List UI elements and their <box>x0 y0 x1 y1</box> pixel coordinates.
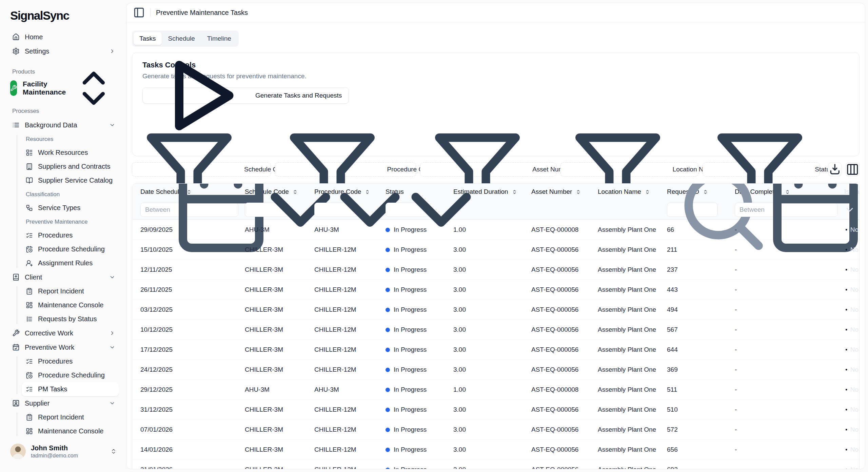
status-dot <box>386 388 390 392</box>
row-actions-button[interactable] <box>844 244 849 255</box>
sidebar-subitem[interactable]: Supplier Service Catalog <box>22 173 119 187</box>
is-cancelled-value-truncated: No <box>850 286 859 293</box>
subitem-icon <box>26 149 33 156</box>
filter-chip[interactable]: Asset Number <box>420 162 556 177</box>
sidebar-subitem[interactable]: Maintenance Console <box>22 424 119 438</box>
sidebar-item-settings[interactable]: Settings <box>9 44 119 58</box>
sidebar-toggle-button[interactable] <box>133 7 145 18</box>
cell-date-completed: - <box>735 466 844 469</box>
cell-schedule-code: AHU-3M <box>245 226 314 233</box>
cell-procedure-code: CHILLER-12M <box>314 466 386 469</box>
cell-location-name: Assembly Plant One <box>598 346 667 353</box>
status-dot <box>386 288 390 292</box>
sidebar-subitem[interactable]: Procedure Scheduling <box>22 368 119 382</box>
sidebar-subitem[interactable]: Suppliers and Contracts <box>22 160 119 173</box>
cell-actions: No <box>844 424 859 435</box>
columns-button[interactable] <box>846 162 860 177</box>
request-id-filter-input[interactable] <box>667 203 718 217</box>
is-cancelled-value-truncated: No <box>850 406 859 413</box>
sidebar-subitem[interactable]: Assignment Rules <box>22 256 119 270</box>
cell-procedure-code: CHILLER-12M <box>314 406 386 413</box>
row-actions-button[interactable] <box>844 424 849 435</box>
sidebar-subitem[interactable]: Report Incident <box>22 284 119 298</box>
cell-status: In Progress <box>386 286 453 293</box>
filter-chip[interactable]: Location Name <box>560 162 699 177</box>
sidebar-subitem[interactable]: Work Resources <box>22 146 119 160</box>
filter-chip[interactable]: Status <box>703 162 820 177</box>
filter-chip[interactable]: Schedule Code <box>132 162 271 177</box>
status-dot <box>386 368 390 372</box>
cell-asset-number: AST-EQ-000056 <box>531 366 598 373</box>
cell-estimated-duration: 1.00 <box>453 386 531 393</box>
is-cancelled-value-truncated: No <box>850 326 859 333</box>
sidebar-subitem[interactable]: PM Tasks <box>22 382 119 396</box>
status-filter-select[interactable] <box>386 203 430 217</box>
cell-asset-number: AST-EQ-000056 <box>531 266 598 273</box>
row-actions-button[interactable] <box>844 224 849 235</box>
filter-chip[interactable]: Procedure Code <box>275 162 416 177</box>
sidebar-subitem[interactable]: Service Types <box>22 201 119 215</box>
date-schedule-filter-input[interactable]: Between <box>140 203 238 217</box>
cell-date-schedule: 29/09/2025 <box>132 226 245 233</box>
row-actions-button[interactable] <box>844 324 849 335</box>
sort-icon[interactable] <box>645 189 650 195</box>
sidebar-subitem[interactable]: Maintenance Console <box>22 298 119 312</box>
cell-estimated-duration: 3.00 <box>453 426 531 433</box>
cell-location-name: Assembly Plant One <box>598 306 667 313</box>
cell-date-schedule: 21/01/2026 <box>132 466 245 469</box>
cell-schedule-code: AHU-3M <box>245 386 314 393</box>
subitem-icon <box>26 288 33 295</box>
sidebar-subitem[interactable]: Procedures <box>22 354 119 368</box>
tab-schedule[interactable]: Schedule <box>162 32 201 45</box>
user-menu[interactable]: John Smith tadmin@demo.com <box>9 438 119 472</box>
row-actions-button[interactable] <box>844 404 849 415</box>
row-actions-button[interactable] <box>844 264 849 275</box>
table-row: 12/11/2025 CHILLER-3M CHILLER-12M In Pro… <box>132 260 859 280</box>
sidebar-item-preventive-work[interactable]: Preventive Work <box>9 340 119 354</box>
sidebar-item-corrective-work[interactable]: Corrective Work <box>9 326 119 340</box>
cell-actions: No <box>844 464 859 469</box>
sidebar-item-supplier[interactable]: Supplier <box>9 396 119 410</box>
table-row: 03/12/2025 CHILLER-3M CHILLER-12M In Pro… <box>132 300 859 320</box>
resources-items: Work Resources Suppliers and Contracts S… <box>22 146 119 187</box>
row-actions-button[interactable] <box>844 444 849 455</box>
sidebar-nav: Home Settings Products Facility Maintena… <box>9 30 119 438</box>
row-actions-button[interactable] <box>844 344 849 355</box>
row-actions-button[interactable] <box>844 384 849 395</box>
tab-timeline[interactable]: Timeline <box>201 32 237 45</box>
cell-asset-number: AST-EQ-000056 <box>531 426 598 433</box>
sort-icon[interactable] <box>512 189 517 195</box>
chevron-right-icon <box>109 48 115 54</box>
row-actions-button[interactable] <box>844 304 849 315</box>
subitem-icon <box>26 358 33 365</box>
list-icon <box>12 121 20 129</box>
subitem-icon <box>26 177 33 184</box>
table-filter-row: Between <box>132 200 859 220</box>
cell-location-name: Assembly Plant One <box>598 406 667 413</box>
procedure-code-filter-select[interactable] <box>314 203 358 217</box>
sidebar-item-client[interactable]: Client <box>9 270 119 284</box>
row-actions-button[interactable] <box>844 464 849 469</box>
row-actions-button[interactable] <box>844 364 849 375</box>
sidebar-item-home[interactable]: Home <box>9 30 119 44</box>
chevron-down-icon <box>109 400 115 406</box>
download-button[interactable] <box>828 162 842 177</box>
sort-icon[interactable] <box>575 189 581 195</box>
status-dot <box>386 308 390 312</box>
sidebar-subitem[interactable]: Report Incident <box>22 410 119 424</box>
cell-procedure-code: CHILLER-12M <box>314 346 386 353</box>
tab-tasks[interactable]: Tasks <box>134 32 162 45</box>
topbar-divider <box>150 8 151 17</box>
row-actions-button[interactable] <box>844 284 849 295</box>
date-completed-filter-input[interactable]: Between <box>735 203 838 217</box>
sidebar-subitem[interactable]: Procedures <box>22 228 119 242</box>
generate-tasks-button[interactable]: Generate Tasks and Requests <box>142 87 349 104</box>
sidebar-subitem[interactable]: Procedure Scheduling <box>22 242 119 256</box>
sidebar-subitem[interactable]: Requests by Status <box>22 312 119 326</box>
sidebar-item-background-data[interactable]: Background Data <box>9 118 119 132</box>
cell-date-schedule: 03/12/2025 <box>132 306 245 313</box>
cell-date-schedule: 26/11/2025 <box>132 286 245 293</box>
schedule-code-filter-select[interactable] <box>245 203 289 217</box>
product-switcher[interactable]: Facility Maintenance <box>9 79 119 98</box>
chevron-down-icon <box>109 274 115 280</box>
